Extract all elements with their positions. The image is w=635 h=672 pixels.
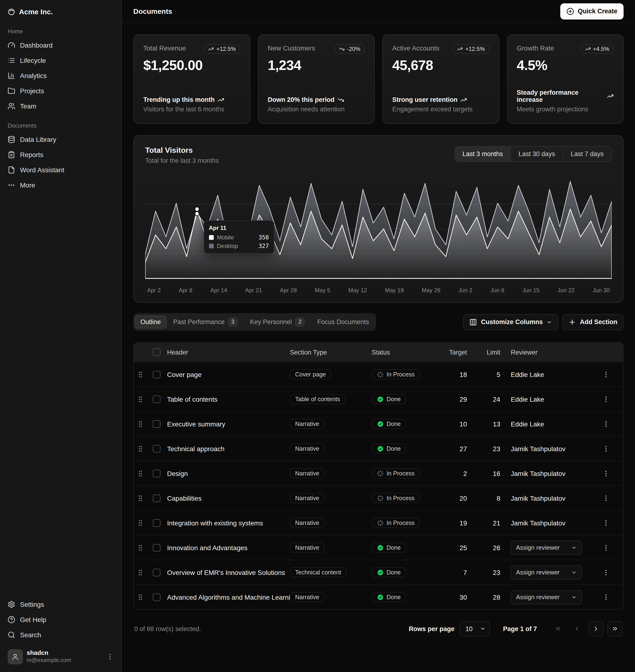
drag-handle[interactable]: [137, 593, 153, 601]
row-header[interactable]: Innovation and Advantages: [167, 544, 290, 551]
limit-value[interactable]: 26: [478, 544, 511, 551]
customize-columns-button[interactable]: Customize Columns: [463, 314, 559, 330]
grip-vertical-icon: [137, 519, 144, 527]
target-value[interactable]: 20: [444, 494, 478, 502]
row-actions-button[interactable]: [599, 368, 613, 381]
limit-value[interactable]: 5: [478, 371, 511, 378]
quick-create-button[interactable]: Quick Create: [560, 3, 623, 19]
limit-value[interactable]: 8: [478, 494, 511, 502]
row-checkbox[interactable]: [153, 593, 160, 601]
row-checkbox[interactable]: [153, 420, 160, 428]
trend-down-icon: [337, 96, 344, 103]
drag-handle[interactable]: [137, 445, 153, 452]
row-checkbox[interactable]: [153, 371, 160, 378]
sidebar-item-dashboard[interactable]: Dashboard: [4, 38, 117, 53]
select-all-checkbox[interactable]: [153, 349, 160, 356]
tab-focus-documents[interactable]: Focus Documents: [311, 316, 375, 328]
drag-handle[interactable]: [137, 420, 153, 428]
sidebar-item-get-help[interactable]: Get Help: [4, 612, 117, 627]
limit-value[interactable]: 24: [478, 395, 511, 403]
limit-value[interactable]: 21: [478, 519, 511, 527]
target-value[interactable]: 27: [444, 445, 478, 452]
range-option-last-7-days[interactable]: Last 7 days: [563, 147, 611, 161]
row-actions-button[interactable]: [599, 541, 613, 554]
target-value[interactable]: 30: [444, 593, 478, 601]
row-header[interactable]: Table of contents: [167, 395, 290, 403]
tab-key-personnel[interactable]: Key Personnel2: [244, 315, 310, 329]
row-checkbox[interactable]: [153, 470, 160, 477]
limit-value[interactable]: 13: [478, 420, 511, 428]
row-checkbox[interactable]: [153, 544, 160, 551]
row-actions-button[interactable]: [599, 491, 613, 505]
target-value[interactable]: 18: [444, 371, 478, 378]
sidebar-item-settings[interactable]: Settings: [4, 597, 117, 612]
page-prev-button[interactable]: [569, 621, 585, 636]
row-actions-button[interactable]: [599, 393, 613, 406]
tab-outline[interactable]: Outline: [135, 316, 167, 328]
sidebar-item-more[interactable]: More: [4, 178, 117, 193]
sidebar-item-team[interactable]: Team: [4, 98, 117, 114]
page-last-button[interactable]: [607, 621, 622, 636]
range-option-last-30-days[interactable]: Last 30 days: [510, 147, 563, 161]
row-checkbox[interactable]: [153, 395, 160, 403]
row-checkbox[interactable]: [153, 519, 160, 527]
page-first-button[interactable]: [550, 621, 566, 636]
row-checkbox[interactable]: [153, 494, 160, 502]
add-section-button[interactable]: Add Section: [562, 314, 623, 330]
target-value[interactable]: 2: [444, 470, 478, 477]
user-menu[interactable]: shadcn m@example.com: [4, 645, 117, 668]
row-actions-button[interactable]: [599, 516, 613, 530]
assign-reviewer-select[interactable]: Assign reviewer: [511, 540, 582, 555]
area-chart[interactable]: Apr 11 Mobile 350 Desktop 327: [145, 175, 612, 283]
row-header[interactable]: Overview of EMR's Innovative Solutions: [167, 568, 290, 576]
chevron-down-icon: [571, 594, 577, 600]
sidebar-item-data-library[interactable]: Data Library: [4, 132, 117, 147]
row-header[interactable]: Cover page: [167, 371, 290, 378]
row-header[interactable]: Technical approach: [167, 445, 290, 452]
row-checkbox[interactable]: [153, 568, 160, 576]
limit-value[interactable]: 16: [478, 470, 511, 477]
assign-reviewer-select[interactable]: Assign reviewer: [511, 590, 582, 604]
row-header[interactable]: Integration with existing systems: [167, 519, 290, 527]
drag-handle[interactable]: [137, 371, 153, 378]
drag-handle[interactable]: [137, 568, 153, 576]
sidebar-item-reports[interactable]: Reports: [4, 147, 117, 162]
rows-per-page-select[interactable]: 10: [459, 621, 489, 636]
limit-value[interactable]: 23: [478, 445, 511, 452]
sidebar-item-projects[interactable]: Projects: [4, 83, 117, 98]
target-value[interactable]: 10: [444, 420, 478, 428]
sidebar-item-search[interactable]: Search: [4, 627, 117, 643]
limit-value[interactable]: 23: [478, 568, 511, 576]
row-actions-button[interactable]: [599, 590, 613, 604]
row-header[interactable]: Executive summary: [167, 420, 290, 428]
target-value[interactable]: 19: [444, 519, 478, 527]
lifecycle-icon: [8, 57, 15, 64]
sidebar-item-lifecycle[interactable]: Lifecycle: [4, 53, 117, 68]
assign-reviewer-select[interactable]: Assign reviewer: [511, 565, 582, 579]
drag-handle[interactable]: [137, 519, 153, 527]
page-next-button[interactable]: [588, 621, 604, 636]
sidebar-item-analytics[interactable]: Analytics: [4, 68, 117, 83]
row-header[interactable]: Advanced Algorithms and Machine Learning: [167, 593, 290, 601]
drag-handle[interactable]: [137, 395, 153, 403]
range-option-last-3-months[interactable]: Last 3 months: [455, 147, 510, 161]
drag-handle[interactable]: [137, 470, 153, 477]
row-actions-button[interactable]: [599, 442, 613, 455]
target-value[interactable]: 7: [444, 568, 478, 576]
drag-handle[interactable]: [137, 494, 153, 502]
tab-past-performance[interactable]: Past Performance3: [168, 315, 243, 329]
limit-value[interactable]: 28: [478, 593, 511, 601]
row-actions-button[interactable]: [599, 417, 613, 430]
stat-cards: Total Revenue +12.5% $1,250.00 Trending …: [133, 34, 623, 124]
drag-handle[interactable]: [137, 544, 153, 551]
row-actions-button[interactable]: [599, 566, 613, 579]
row-header[interactable]: Capabilities: [167, 494, 290, 502]
target-value[interactable]: 25: [444, 544, 478, 551]
target-value[interactable]: 29: [444, 395, 478, 403]
row-header[interactable]: Design: [167, 470, 290, 477]
sidebar-item-word-assistant[interactable]: Word Assistant: [4, 162, 117, 178]
brand[interactable]: Acme Inc.: [4, 4, 117, 20]
row-actions-button[interactable]: [599, 467, 613, 480]
user-menu-icon[interactable]: [106, 653, 114, 660]
row-checkbox[interactable]: [153, 445, 160, 452]
